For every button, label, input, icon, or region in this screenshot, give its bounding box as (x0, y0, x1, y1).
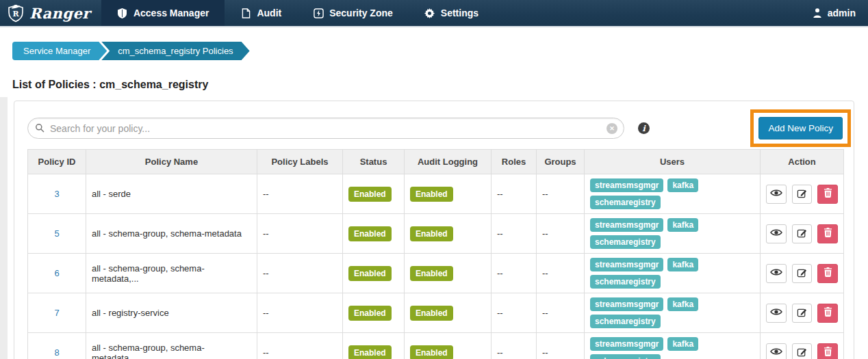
eye-icon (770, 268, 782, 278)
col-users: Users (585, 150, 761, 174)
view-policy-button[interactable] (766, 185, 787, 204)
status-badge: Enabled (348, 266, 392, 281)
view-policy-button[interactable] (766, 304, 787, 323)
annotation-highlight: Add New Policy (750, 109, 851, 147)
trash-icon (824, 267, 832, 279)
policy-id-link[interactable]: 6 (54, 268, 59, 278)
view-policy-button[interactable] (766, 343, 787, 359)
edit-icon (797, 188, 807, 200)
user-badge: schemaregistry (590, 196, 661, 209)
col-status: Status (343, 150, 405, 174)
audit-badge: Enabled (410, 187, 453, 202)
table-row: 8 all - schema-group, schema-metadata,..… (28, 333, 844, 359)
shield-icon (117, 8, 128, 18)
nav-access-manager[interactable]: Access Manager (101, 0, 225, 26)
roles-cell: -- (492, 254, 537, 293)
edit-icon (797, 347, 807, 359)
nav-item-label: Access Manager (133, 8, 209, 18)
policy-id-link[interactable]: 7 (54, 308, 59, 318)
edit-policy-button[interactable] (792, 304, 813, 323)
breadcrumb: Service Manager cm_schema_registry Polic… (12, 42, 868, 60)
left-gutter-strip (0, 97, 8, 359)
user-badge: kafka (667, 218, 698, 232)
user-badge: kafka (667, 297, 698, 311)
search-wrap: ✕ (27, 118, 624, 139)
eye-icon (770, 347, 782, 358)
trash-icon (824, 228, 832, 239)
nav-security-zone[interactable]: Security Zone (297, 0, 409, 26)
delete-policy-button[interactable] (817, 224, 838, 243)
policy-labels-cell: -- (257, 174, 343, 214)
col-groups: Groups (537, 150, 585, 174)
trash-icon (824, 188, 832, 200)
add-new-policy-button[interactable]: Add New Policy (758, 117, 843, 139)
audit-badge: Enabled (410, 266, 453, 281)
ranger-logo[interactable]: R Ranger (0, 0, 101, 26)
user-badge: schemaregistry (590, 275, 661, 289)
nav-item-label: Audit (257, 8, 281, 18)
edit-policy-button[interactable] (792, 343, 813, 359)
policy-name-cell: all - serde (86, 174, 257, 214)
edit-icon (797, 307, 807, 319)
policy-name-cell: all - registry-service (86, 293, 257, 333)
delete-policy-button[interactable] (817, 264, 838, 283)
trash-icon (824, 307, 832, 319)
groups-cell: -- (537, 214, 585, 254)
user-menu[interactable]: admin (812, 0, 868, 26)
toolbar: ✕ i Add New Policy (27, 118, 841, 139)
info-icon[interactable]: i (638, 122, 650, 134)
policy-id-link[interactable]: 3 (54, 189, 59, 199)
edit-icon (797, 228, 807, 240)
status-badge: Enabled (348, 226, 392, 241)
groups-cell: -- (537, 254, 585, 293)
trash-icon (824, 347, 832, 358)
table-row: 3 all - serde -- Enabled Enabled -- -- s… (28, 174, 844, 214)
edit-policy-button[interactable] (792, 224, 813, 243)
roles-cell: -- (492, 333, 537, 359)
view-policy-button[interactable] (766, 264, 787, 283)
nav-item-label: Security Zone (329, 8, 393, 18)
policy-labels-cell: -- (257, 214, 343, 254)
roles-cell: -- (492, 174, 537, 214)
edit-icon (797, 267, 807, 280)
roles-cell: -- (492, 293, 537, 333)
brand-name: Ranger (29, 5, 90, 22)
user-badge: streamsmsgmgr (590, 258, 663, 271)
user-badge: streamsmsgmgr (590, 218, 663, 232)
col-policy-id: Policy ID (28, 150, 86, 174)
delete-policy-button[interactable] (817, 343, 838, 359)
search-input[interactable] (27, 118, 624, 139)
audit-badge: Enabled (410, 306, 453, 321)
delete-policy-button[interactable] (817, 185, 838, 204)
document-icon (240, 8, 251, 18)
policy-id-link[interactable]: 8 (54, 347, 59, 358)
top-navbar: R Ranger Access Manager Audit (0, 0, 868, 27)
policy-labels-cell: -- (257, 333, 343, 359)
ranger-shield-logo-icon: R (7, 3, 25, 23)
col-policy-name: Policy Name (86, 150, 257, 174)
edit-policy-button[interactable] (792, 264, 813, 283)
col-roles: Roles (492, 150, 537, 174)
policy-labels-cell: -- (257, 254, 343, 293)
edit-policy-button[interactable] (792, 185, 813, 204)
user-badge: schemaregistry (590, 315, 661, 328)
table-row: 5 all - schema-group, schema-metadata --… (28, 214, 844, 254)
user-badge: schemaregistry (590, 235, 661, 249)
delete-policy-button[interactable] (817, 304, 838, 323)
groups-cell: -- (537, 293, 585, 333)
roles-cell: -- (492, 214, 537, 254)
view-policy-button[interactable] (766, 224, 787, 243)
policy-name-cell: all - schema-group, schema-metadata (86, 214, 257, 254)
clear-search-icon[interactable]: ✕ (607, 123, 617, 134)
policy-id-link[interactable]: 5 (54, 228, 59, 239)
user-badge: streamsmsgmgr (590, 337, 663, 351)
user-badge: streamsmsgmgr (590, 178, 663, 192)
user-icon (812, 8, 823, 18)
col-action: Action (761, 150, 844, 174)
nav-audit[interactable]: Audit (225, 0, 297, 26)
status-badge: Enabled (348, 187, 392, 202)
nav-settings[interactable]: Settings (409, 0, 494, 26)
user-badge: schemaregistry (590, 354, 661, 359)
breadcrumb-service-manager[interactable]: Service Manager (12, 42, 107, 60)
eye-icon (770, 228, 782, 239)
